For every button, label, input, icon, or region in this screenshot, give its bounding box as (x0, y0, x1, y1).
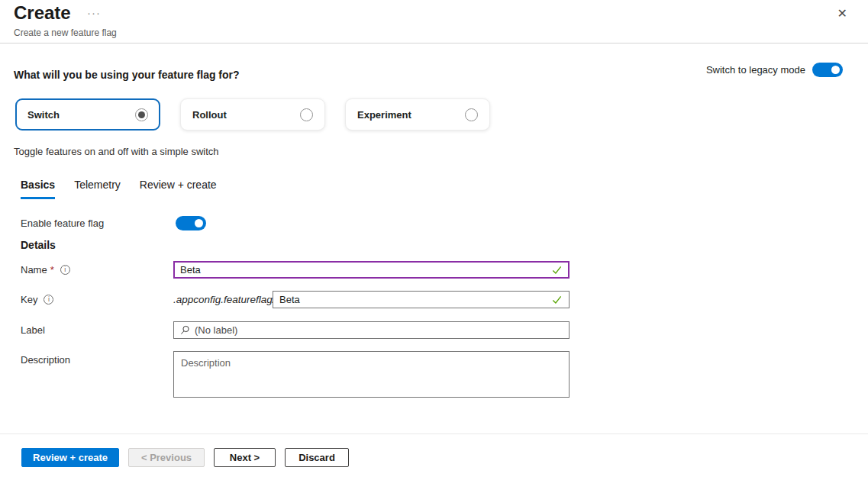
description-field-label: Description (21, 354, 70, 366)
key-field-label: Key i (21, 294, 53, 305)
flag-type-card-switch[interactable]: Switch (15, 98, 160, 131)
key-input-wrapper (273, 291, 570, 308)
radio-unselected-icon (300, 108, 313, 121)
radio-dot-icon (138, 111, 145, 118)
review-create-button[interactable]: Review + create (21, 448, 119, 467)
flag-type-card-experiment[interactable]: Experiment (345, 98, 490, 131)
panel-header: Create ··· ✕ Create a new feature flag (0, 0, 868, 44)
flag-type-options: Switch Rollout Experiment (15, 98, 490, 131)
name-label-text: Name (21, 264, 47, 276)
label-label-text: Label (21, 324, 45, 336)
page-subtitle: Create a new feature flag (14, 27, 117, 38)
flag-type-label: Switch (27, 109, 60, 121)
previous-button: < Previous (128, 448, 205, 467)
flag-type-card-rollout[interactable]: Rollout (180, 98, 325, 131)
flag-type-description: Toggle features on and off with a simple… (14, 146, 219, 157)
key-label-text: Key (21, 294, 37, 305)
label-field-label: Label (21, 324, 45, 336)
legacy-mode-label: Switch to legacy mode (706, 64, 805, 76)
enable-feature-flag-label: Enable feature flag (21, 218, 176, 229)
required-asterisk: * (50, 264, 54, 276)
tab-telemetry[interactable]: Telemetry (74, 179, 121, 199)
label-input[interactable] (195, 324, 563, 336)
enable-feature-flag-toggle[interactable] (176, 216, 206, 230)
tab-review-create[interactable]: Review + create (140, 179, 217, 199)
footer-button-bar: Review + create < Previous Next > Discar… (21, 448, 349, 467)
tab-basics[interactable]: Basics (21, 179, 55, 199)
legacy-mode-toggle[interactable] (812, 63, 843, 77)
more-options-icon[interactable]: ··· (87, 6, 101, 19)
discard-button[interactable]: Discard (285, 448, 349, 467)
enable-feature-flag-row: Enable feature flag (21, 216, 206, 230)
details-heading: Details (21, 239, 56, 251)
valid-checkmark-icon (551, 294, 563, 305)
legacy-mode-row: Switch to legacy mode (706, 63, 843, 77)
next-button[interactable]: Next > (214, 448, 276, 467)
name-input[interactable] (180, 264, 547, 276)
info-icon[interactable]: i (60, 265, 70, 275)
key-prefix: .appconfig.featureflag/ (173, 294, 269, 305)
create-feature-flag-panel: Create ··· ✕ Create a new feature flag S… (0, 0, 868, 477)
page-title: Create (14, 2, 71, 24)
key-input[interactable] (279, 294, 547, 305)
radio-unselected-icon (465, 108, 478, 121)
radio-selected-icon (135, 108, 148, 121)
tab-bar: Basics Telemetry Review + create (21, 179, 217, 199)
description-label-text: Description (21, 354, 70, 366)
flag-type-label: Rollout (192, 109, 227, 121)
footer-divider (0, 433, 868, 434)
close-icon[interactable]: ✕ (837, 8, 847, 20)
label-input-wrapper (173, 321, 570, 339)
flag-purpose-question: What will you be using your feature flag… (14, 69, 240, 81)
name-field-label: Name * i (21, 264, 70, 276)
name-input-wrapper (173, 261, 570, 279)
flag-type-label: Experiment (357, 109, 411, 121)
search-icon (180, 325, 190, 335)
toggle-knob-icon (831, 66, 840, 74)
description-input[interactable] (173, 351, 570, 398)
valid-checkmark-icon (551, 264, 563, 276)
info-icon[interactable]: i (44, 295, 53, 305)
toggle-knob-icon (195, 219, 203, 227)
